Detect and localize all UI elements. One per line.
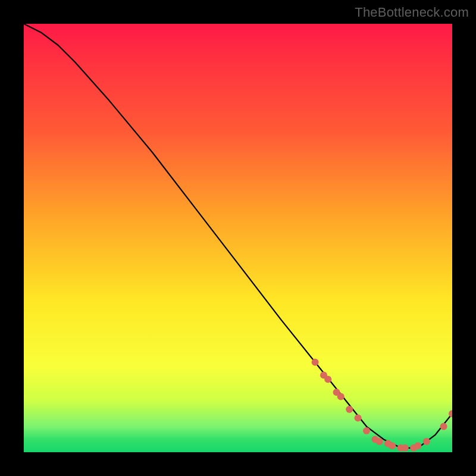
marker-dot — [346, 406, 353, 413]
marker-dot — [440, 423, 447, 430]
marker-dot — [355, 414, 362, 421]
plot-area — [24, 24, 452, 452]
marker-dot — [449, 410, 452, 417]
marker-dot — [423, 438, 430, 445]
watermark-text: TheBottleneck.com — [355, 5, 469, 20]
marker-dot — [337, 393, 345, 400]
chart-container: TheBottleneck.com — [0, 0, 476, 476]
chart-svg — [24, 24, 452, 452]
curve-line — [24, 24, 452, 448]
marker-dot — [402, 444, 409, 452]
marker-dot — [324, 376, 331, 383]
marker-dot — [376, 438, 383, 445]
marker-dot — [363, 427, 370, 434]
marker-dot — [312, 359, 319, 366]
marker-dot — [414, 442, 421, 449]
marker-dot — [389, 442, 396, 449]
